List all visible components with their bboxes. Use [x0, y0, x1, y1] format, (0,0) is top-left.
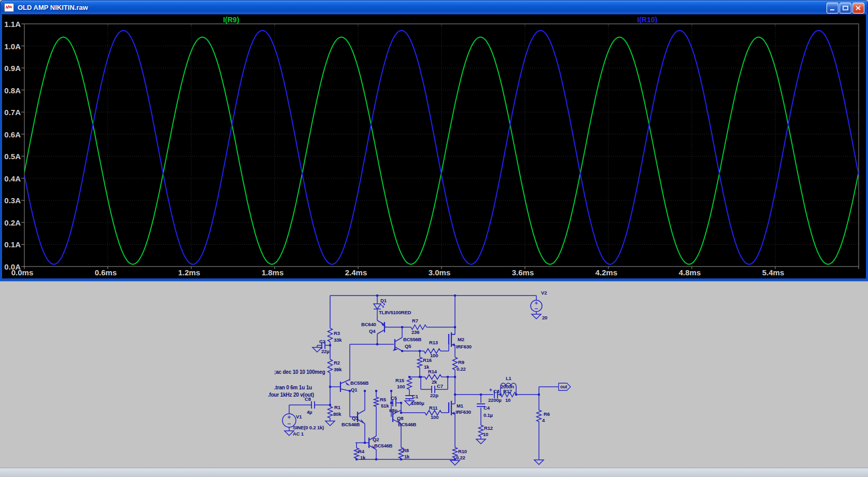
title-bar[interactable]: OLD AMP NIKITIN.raw — [0, 0, 868, 15]
y-tick-label: 0.7A — [1, 108, 21, 117]
component-label: 22p — [430, 392, 438, 398]
component-label: 10 — [483, 431, 488, 437]
y-tick-label: 0.2A — [1, 218, 21, 227]
component-label: Q5 — [405, 343, 411, 349]
y-tick-label: 1.1A — [1, 20, 21, 29]
component-label: R4 — [358, 448, 364, 454]
component-label: 0.1µ — [483, 412, 493, 418]
y-tick-label: 0.4A — [1, 174, 21, 183]
component-label: 51k — [381, 403, 389, 409]
component-label: R13 — [429, 340, 438, 345]
waveform-plot[interactable] — [2, 15, 866, 278]
component-label: R1 — [334, 404, 340, 410]
component-label: IRF630 — [456, 344, 472, 349]
component-label: Q2 — [373, 437, 379, 442]
x-tick-label: 1.2ms — [178, 268, 201, 277]
component-label: 0.22 — [456, 455, 465, 460]
y-tick-label: 0.9A — [1, 64, 21, 73]
horizontal-scrollbar[interactable] — [0, 468, 868, 477]
component-label: R15 — [395, 377, 404, 383]
component-label: M1 — [457, 403, 463, 409]
window-title: OLD AMP NIKITIN.raw — [18, 4, 88, 11]
component-label: R12 — [484, 425, 493, 431]
legend-trace-ir9[interactable]: I(R9) — [223, 16, 239, 24]
component-label: R8 — [403, 447, 409, 453]
component-label: 68p — [389, 408, 397, 413]
component-label: D1 — [380, 298, 387, 303]
component-label: C3 — [493, 388, 500, 394]
component-label: BC546B — [398, 422, 416, 427]
component-label: BC546B — [374, 443, 392, 448]
component-label: V2 — [541, 290, 547, 296]
y-tick-label: 0.1A — [1, 240, 21, 249]
component-label: 1080µ — [411, 400, 424, 406]
component-label: C7 — [437, 383, 443, 389]
component-label: R3 — [334, 330, 340, 336]
x-tick-label: 2.4ms — [345, 268, 367, 277]
component-label: R17 — [503, 388, 512, 394]
component-label: R14 — [428, 369, 437, 374]
y-tick-label: 0.5A — [1, 152, 21, 161]
legend-trace-ir10[interactable]: I(R10) — [637, 16, 658, 24]
component-label: 20 — [542, 315, 547, 320]
net-label-out: out — [560, 384, 567, 389]
component-label: M2 — [458, 336, 464, 342]
component-label: SINE(0 0.2 1k) — [293, 425, 324, 430]
y-tick-label: 0.8A — [1, 86, 21, 94]
component-label: TL8V5100RED — [379, 310, 411, 315]
component-label: 2200µ — [488, 397, 502, 403]
component-label: R9 — [458, 359, 464, 365]
schematic-drawing — [0, 282, 868, 468]
component-label: L1 — [506, 375, 511, 381]
component-label: C1 — [412, 394, 418, 399]
component-label: R10 — [458, 448, 467, 454]
component-label: R2 — [334, 360, 340, 366]
component-label: C8 — [305, 396, 311, 402]
x-tick-label: 4.2ms — [595, 268, 618, 277]
component-label: C5 — [391, 395, 397, 401]
waveform-icon — [4, 3, 14, 12]
component-label: 236 — [411, 329, 419, 335]
close-button[interactable] — [852, 3, 864, 13]
minimize-button[interactable] — [827, 3, 838, 13]
component-label: BC556B — [403, 336, 421, 342]
component-label: 39k — [334, 367, 341, 372]
y-tick-label: 1.0A — [1, 41, 21, 50]
x-tick-label: 1.8ms — [262, 268, 284, 277]
spice-directive: ;ac dec 10 10 100meg — [274, 369, 325, 375]
component-label: BC546B — [341, 422, 360, 427]
component-label: 10 — [505, 397, 510, 403]
x-tick-label: 4.8ms — [679, 268, 701, 277]
x-tick-label: 5.4ms — [762, 268, 785, 277]
component-label: 4 — [542, 417, 545, 423]
component-label: 100 — [431, 414, 438, 420]
component-label: R5 — [380, 397, 386, 402]
y-tick-label: 0.6A — [1, 130, 21, 138]
component-label: Q8 — [397, 415, 403, 421]
component-label: 100 — [397, 384, 405, 389]
component-label: 0.22 — [457, 366, 466, 372]
component-label: IRF630 — [456, 409, 471, 415]
x-tick-label: 3.6ms — [512, 268, 534, 277]
waveform-window: OLD AMP NIKITIN.raw I(R9)I(R10) 0.0ms0.6… — [0, 0, 868, 281]
schematic-pane[interactable]: V220D1TL8V5100REDBC640Q4R7236BC556BQ5M2I… — [0, 281, 868, 477]
component-label: BC556B — [350, 380, 368, 386]
component-label: BC640 — [361, 321, 376, 327]
component-label: 22µ — [321, 348, 329, 354]
component-label: 2k — [432, 379, 437, 385]
component-label: Q4 — [369, 328, 375, 334]
maximize-button[interactable] — [839, 3, 851, 13]
component-label: Q3 — [352, 415, 358, 421]
component-label: 80k — [333, 411, 341, 417]
component-label: 4µ — [307, 409, 312, 415]
component-label: AC 1 — [293, 431, 304, 437]
component-label: 33k — [334, 337, 341, 343]
component-label: 1k — [404, 454, 409, 459]
y-tick-label: 0.0A — [1, 262, 21, 271]
component-label: V1 — [296, 414, 302, 419]
component-label: 1k — [360, 455, 365, 460]
plot-client-area — [0, 15, 868, 278]
y-tick-label: 0.3A — [1, 196, 21, 205]
x-tick-label: 3.0ms — [429, 268, 451, 277]
component-label: R6 — [544, 411, 550, 417]
